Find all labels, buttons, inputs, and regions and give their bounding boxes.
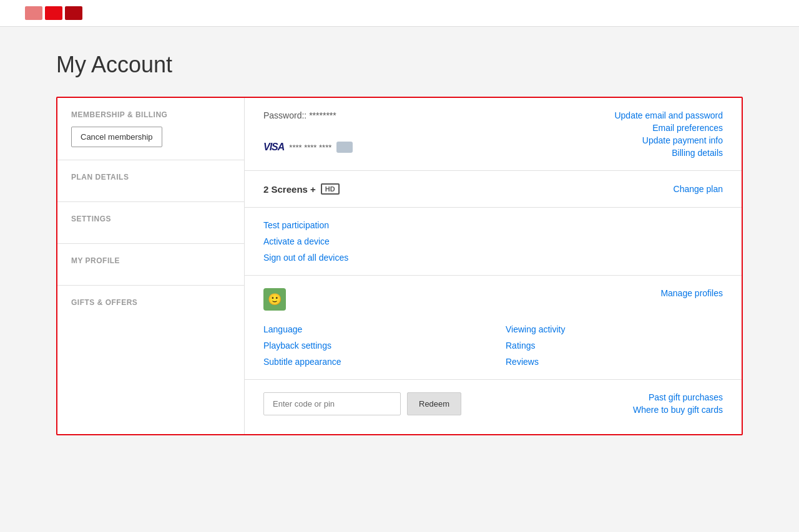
sidebar-label-membership: MEMBERSHIP & BILLING (71, 110, 230, 119)
profile-section: 🙂 Manage profiles Language Viewing activ… (245, 276, 742, 380)
plan-section: 2 Screens + HD Change plan (245, 171, 742, 208)
sidebar-label-profile: MY PROFILE (71, 256, 230, 265)
gift-right-links: Past gift purchases Where to buy gift ca… (633, 392, 723, 415)
sign-out-all-link[interactable]: Sign out of all devices (263, 253, 723, 263)
settings-section: Test participation Activate a device Sig… (245, 208, 742, 276)
logo-block-red (45, 6, 62, 20)
payment-links: Update payment info Billing details (642, 135, 723, 158)
avatar: 🙂 (263, 288, 286, 311)
sidebar-section-profile: MY PROFILE (57, 244, 244, 286)
main-content: My Account MEMBERSHIP & BILLING Cancel m… (31, 27, 768, 460)
password-row: Password:: ******** Update email and pas… (263, 110, 723, 133)
gifts-section: Redeem Past gift purchases Where to buy … (245, 380, 742, 434)
sidebar-section-plan: PLAN DETAILS (57, 160, 244, 202)
past-purchases-link[interactable]: Past gift purchases (649, 392, 723, 402)
profile-header-row: 🙂 Manage profiles (263, 288, 723, 318)
page-title: My Account (56, 52, 743, 78)
test-participation-link[interactable]: Test participation (263, 220, 723, 230)
sidebar-label-plan: PLAN DETAILS (71, 173, 230, 181)
header (0, 0, 799, 27)
plan-text: 2 Screens + HD (263, 183, 340, 195)
settings-links: Test participation Activate a device Sig… (263, 220, 723, 263)
change-plan-link[interactable]: Change plan (674, 184, 723, 194)
membership-section: Password:: ******** Update email and pas… (245, 98, 742, 171)
ratings-link[interactable]: Ratings (506, 341, 723, 351)
gift-code-input[interactable] (263, 392, 401, 415)
visa-dots: **** **** **** (289, 143, 331, 152)
sidebar: MEMBERSHIP & BILLING Cancel membership P… (57, 98, 245, 434)
reviews-link[interactable]: Reviews (506, 357, 723, 367)
account-card: MEMBERSHIP & BILLING Cancel membership P… (56, 97, 743, 435)
billing-details-link[interactable]: Billing details (672, 148, 723, 158)
sidebar-label-settings: SETTINGS (71, 215, 230, 223)
viewing-activity-link[interactable]: Viewing activity (506, 324, 723, 334)
logo-block-pink (25, 6, 42, 20)
language-link[interactable]: Language (263, 324, 481, 334)
email-prefs-link[interactable]: Email preferences (652, 123, 723, 133)
where-to-buy-link[interactable]: Where to buy gift cards (633, 405, 723, 415)
sidebar-section-gifts: GIFTS & OFFERS (57, 286, 244, 327)
update-payment-link[interactable]: Update payment info (642, 135, 723, 145)
update-email-link[interactable]: Update email and password (614, 110, 723, 120)
sidebar-section-settings: SETTINGS (57, 202, 244, 244)
visa-row: VISA **** **** **** (263, 142, 353, 153)
payment-row: VISA **** **** **** Update payment info … (263, 135, 723, 158)
gift-input-row: Redeem (263, 392, 461, 415)
visa-logo: VISA (263, 142, 284, 153)
sidebar-label-gifts: GIFTS & OFFERS (71, 298, 230, 307)
playback-settings-link[interactable]: Playback settings (263, 341, 481, 351)
subtitle-appearance-link[interactable]: Subtitle appearance (263, 357, 481, 367)
logo (25, 6, 82, 20)
sidebar-section-membership: MEMBERSHIP & BILLING Cancel membership (57, 98, 244, 160)
content-area: Password:: ******** Update email and pas… (245, 98, 742, 434)
visa-chip-icon (336, 142, 353, 153)
password-label: Password:: ******** (263, 110, 336, 120)
profile-links-grid: Language Viewing activity Playback setti… (263, 324, 723, 367)
hd-badge: HD (321, 183, 340, 195)
gifts-row: Redeem Past gift purchases Where to buy … (263, 392, 723, 422)
manage-profiles-link[interactable]: Manage profiles (660, 288, 723, 298)
cancel-membership-button[interactable]: Cancel membership (71, 127, 162, 147)
plan-row: 2 Screens + HD Change plan (263, 183, 723, 195)
redeem-button[interactable]: Redeem (407, 392, 461, 415)
membership-links: Update email and password Email preferen… (614, 110, 723, 133)
logo-block-dark (65, 6, 82, 20)
activate-device-link[interactable]: Activate a device (263, 236, 723, 246)
